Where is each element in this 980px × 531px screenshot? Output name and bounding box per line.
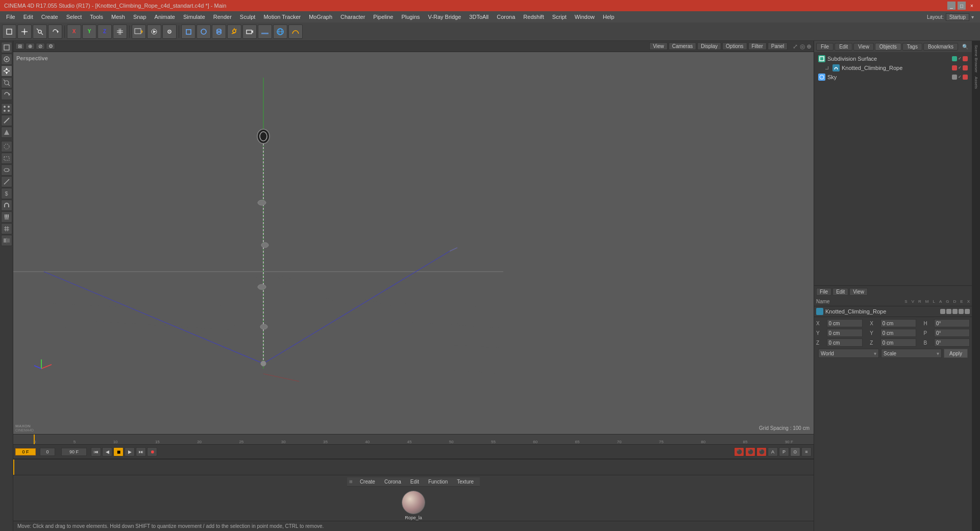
tool-polygons[interactable] — [1, 127, 12, 138]
current-frame-indicator[interactable]: 0 F — [15, 448, 36, 455]
maximize-button[interactable]: □ — [958, 2, 966, 10]
rpanel-objects[interactable]: Objects — [875, 43, 901, 51]
vp-sync[interactable]: ⊘ — [36, 43, 45, 50]
tool-points[interactable] — [1, 103, 12, 114]
vp-view-menu[interactable]: View — [649, 42, 668, 50]
coord-x-input[interactable] — [827, 319, 863, 327]
tool-mirror[interactable] — [1, 235, 12, 246]
menu-select[interactable]: Select — [62, 13, 86, 21]
vp-panel-menu[interactable]: Panel — [768, 42, 788, 50]
key-obj-btn[interactable]: ⊙ — [790, 447, 800, 456]
menu-tools[interactable]: Tools — [86, 13, 107, 21]
goto-start-btn[interactable]: ⏮ — [91, 447, 101, 456]
scene-browser-tab[interactable]: Scene Browser — [974, 43, 978, 75]
tool-grid[interactable] — [1, 223, 12, 234]
minimize-button[interactable]: _ — [947, 2, 955, 10]
menu-mograph[interactable]: MoGraph — [305, 13, 336, 21]
material-item[interactable]: Rope_la — [402, 491, 425, 520]
vp-filter-menu[interactable]: Filter — [748, 42, 767, 50]
vp-link[interactable]: ⊕ — [26, 43, 35, 50]
rpanel-tags[interactable]: Tags — [902, 43, 922, 51]
menu-sculpt[interactable]: Sculpt — [236, 13, 260, 21]
menu-file[interactable]: File — [2, 13, 19, 21]
menu-mesh[interactable]: Mesh — [107, 13, 129, 21]
record-btn[interactable]: ⏺ — [147, 447, 157, 456]
rope-check[interactable]: ✓ — [958, 65, 962, 70]
menu-plugins[interactable]: Plugins — [397, 13, 424, 21]
tool-rect-selection[interactable] — [1, 153, 12, 164]
play-reverse-btn[interactable]: ◀ — [102, 447, 112, 456]
rpanel-bookmarks[interactable]: Bookmarks — [923, 43, 958, 51]
obj-knotted-rope[interactable]: Knotted_Climbing_Rope ✓ — [816, 63, 970, 73]
menu-snap[interactable]: Snap — [129, 13, 151, 21]
sky-check[interactable]: ✓ — [958, 75, 962, 80]
coord-x2-input[interactable] — [880, 319, 916, 327]
menu-render[interactable]: Render — [209, 13, 236, 21]
toolbar-light[interactable] — [227, 25, 241, 39]
timeline-track[interactable] — [13, 459, 814, 475]
menu-corona[interactable]: Corona — [493, 13, 519, 21]
tool-rotate[interactable] — [1, 89, 12, 100]
toolbar-spline[interactable] — [288, 25, 303, 39]
toolbar-rotate-tool[interactable] — [48, 25, 62, 39]
layout-dropdown-icon[interactable]: ▾ — [971, 14, 974, 20]
menu-character[interactable]: Character — [336, 13, 369, 21]
menu-pipeline[interactable]: Pipeline — [369, 13, 397, 21]
rope-vis-dot[interactable] — [952, 65, 957, 70]
toolbar-camera[interactable] — [242, 25, 257, 39]
sky-lock[interactable] — [963, 75, 968, 80]
tool-dollar[interactable]: $ — [1, 188, 12, 199]
vp-settings[interactable]: ⚙ — [46, 43, 55, 50]
tool-edges[interactable] — [1, 115, 12, 126]
vp-corners[interactable]: ⤢ ◎ ⊕ — [793, 43, 812, 50]
toolbar-move-tool[interactable] — [17, 25, 32, 39]
rpanel-edit[interactable]: Edit — [835, 43, 852, 51]
rpanel-file[interactable]: File — [816, 43, 834, 51]
check-mark[interactable]: ✓ — [958, 56, 962, 61]
scale-dropdown[interactable]: Scale ▾ — [881, 349, 942, 358]
toolbar-world-space[interactable] — [113, 25, 127, 39]
toolbar-model-mode[interactable] — [2, 25, 16, 39]
vis-dot[interactable] — [952, 56, 957, 61]
tool-brush[interactable] — [1, 211, 12, 223]
sky-vis[interactable] — [952, 75, 957, 80]
menu-help[interactable]: Help — [599, 13, 619, 21]
tool-select-model[interactable] — [1, 42, 12, 53]
menu-motion-tracker[interactable]: Motion Tracker — [259, 13, 305, 21]
vp-maximize[interactable]: ⊞ — [15, 43, 24, 50]
toolbar-sky[interactable] — [273, 25, 287, 39]
tool-live-selection[interactable] — [1, 141, 12, 152]
toolbar-cylinder[interactable] — [212, 25, 226, 39]
toolbar-floor[interactable] — [258, 25, 272, 39]
attr-file[interactable]: File — [816, 288, 831, 296]
key-pos-btn[interactable]: P — [779, 447, 789, 456]
mat-corona-menu[interactable]: Corona — [380, 478, 405, 485]
mat-function-menu[interactable]: Function — [424, 478, 452, 485]
mat-edit-menu[interactable]: Edit — [406, 478, 423, 485]
toolbar-scale-tool[interactable] — [33, 25, 47, 39]
frame-input[interactable] — [40, 448, 55, 456]
key-settings-btn[interactable]: ≡ — [801, 447, 812, 456]
menu-animate[interactable]: Animate — [151, 13, 179, 21]
tool-knife[interactable] — [1, 176, 12, 187]
tool-loop-selection[interactable] — [1, 164, 12, 176]
toolbar-sphere[interactable] — [197, 25, 211, 39]
toolbar-render-view[interactable] — [132, 25, 146, 39]
menu-script[interactable]: Script — [548, 13, 571, 21]
coord-z-input[interactable] — [827, 339, 863, 347]
material-preview-ball[interactable] — [402, 491, 425, 514]
play-btn[interactable]: ▶ — [125, 447, 135, 456]
coord-p-input[interactable] — [934, 329, 970, 337]
obj-sky[interactable]: Sky ✓ — [816, 73, 970, 82]
mat-create-menu[interactable]: Create — [356, 478, 379, 485]
tool-move[interactable] — [1, 65, 12, 77]
mat-texture-menu[interactable]: Texture — [453, 478, 478, 485]
menu-vray[interactable]: V-Ray Bridge — [424, 13, 465, 21]
toolbar-cube[interactable] — [181, 25, 195, 39]
key-auto-btn[interactable]: A — [768, 447, 778, 456]
tool-select-object[interactable] — [1, 54, 12, 65]
attr-selected-object-row[interactable]: Knotted_Climbing_Rope — [814, 306, 972, 317]
coord-y-input[interactable] — [827, 329, 863, 337]
coord-h-input[interactable] — [934, 319, 970, 327]
lock-dot[interactable] — [963, 56, 968, 61]
